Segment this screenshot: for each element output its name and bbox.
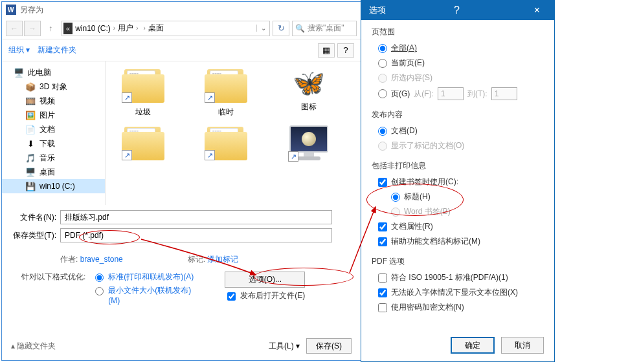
annotation-arrows [0,0,639,364]
